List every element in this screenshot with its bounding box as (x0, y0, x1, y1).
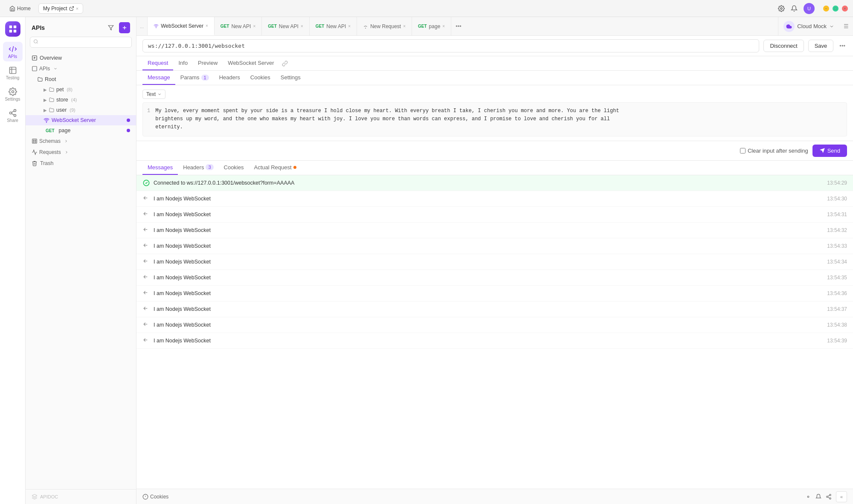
filter-button[interactable] (105, 22, 116, 33)
svg-point-45 (807, 496, 809, 498)
message-time: 13:54:29 (827, 180, 847, 186)
tree-item-get-page[interactable]: GET page (26, 125, 136, 136)
tab-page[interactable]: GET page × (412, 17, 451, 35)
code-block[interactable]: 1My love, every moment spent by your sid… (142, 102, 847, 136)
message-list-item[interactable]: Connected to ws://127.0.0.1:3001/websock… (136, 175, 853, 191)
user-label: user (56, 107, 67, 113)
clear-after-send-checkbox[interactable] (740, 148, 746, 154)
hamburger-menu[interactable]: ☰ (839, 23, 853, 29)
tab-new-api-prev[interactable]: ... (136, 17, 148, 35)
msg-tab-messages[interactable]: Messages (142, 161, 178, 175)
section-schemas[interactable]: Schemas (26, 136, 136, 147)
section-apis[interactable]: APIs (26, 63, 136, 74)
tab-new-request[interactable]: New Request × (357, 17, 412, 35)
folder-icon (38, 77, 43, 82)
minimize-button[interactable]: − (823, 6, 829, 12)
sidebar-item-share[interactable]: Share (3, 106, 23, 125)
req-tab-websocket-server[interactable]: WebSocket Server (223, 56, 279, 70)
add-button[interactable] (119, 22, 130, 33)
message-list-item[interactable]: I am Nodejs WebSocket13:54:35 (136, 270, 853, 286)
tree-item-user[interactable]: ▶ user (9) (26, 105, 136, 115)
bottom-share-icon-area[interactable] (826, 494, 832, 500)
tab-more-button[interactable]: ••• (451, 23, 466, 29)
tab-page-close[interactable]: × (442, 24, 445, 29)
message-list-item[interactable]: I am Nodejs WebSocket13:54:38 (136, 317, 853, 333)
msg-tab-cookies[interactable]: Cookies (219, 161, 249, 175)
message-list-item[interactable]: I am Nodejs WebSocket13:54:30 (136, 191, 853, 207)
left-panel-title: APIs (32, 24, 45, 31)
message-list-item[interactable]: I am Nodejs WebSocket13:54:39 (136, 333, 853, 349)
sub-tab-params[interactable]: Params 1 (175, 71, 214, 85)
url-input[interactable] (142, 39, 759, 52)
bell-icon[interactable] (791, 5, 798, 12)
bottom-settings-icon-area[interactable] (805, 494, 811, 500)
search-input[interactable] (30, 37, 132, 48)
websocket-label: WebSocket Server (52, 117, 96, 123)
logo-icon (8, 24, 17, 34)
collapse-button[interactable]: « (836, 491, 847, 502)
tree-item-root[interactable]: Root (26, 74, 136, 84)
send-button[interactable]: Send (812, 145, 847, 157)
cloud-mock-chevron[interactable] (829, 24, 834, 29)
svg-line-50 (828, 495, 830, 496)
svg-marker-28 (32, 494, 37, 497)
svg-rect-24 (33, 140, 34, 141)
message-list-item[interactable]: I am Nodejs WebSocket13:54:37 (136, 301, 853, 317)
tab-new-api-2[interactable]: GET New API × (262, 17, 309, 35)
disconnect-button[interactable]: Disconnect (763, 40, 804, 52)
svg-rect-5 (13, 30, 16, 32)
message-list-item[interactable]: I am Nodejs WebSocket13:54:31 (136, 207, 853, 223)
close-project-icon[interactable]: × (76, 6, 78, 11)
message-list-item[interactable]: I am Nodejs WebSocket13:54:33 (136, 238, 853, 254)
tab-websocket[interactable]: WebSocket Server × (148, 17, 215, 35)
message-text: I am Nodejs WebSocket (154, 196, 824, 202)
tab-new-api-3-close[interactable]: × (348, 24, 351, 29)
search-icon (33, 39, 38, 46)
sidebar-item-testing[interactable]: Testing (3, 63, 23, 83)
bottom-cookies-item[interactable]: Cookies (142, 494, 168, 500)
trash-item[interactable]: Trash (26, 158, 136, 169)
tab-new-api-3[interactable]: GET New API × (310, 17, 357, 35)
url-bar-more[interactable]: ••• (838, 43, 847, 49)
store-chevron: ▶ (44, 98, 47, 102)
message-list-item[interactable]: I am Nodejs WebSocket13:54:32 (136, 223, 853, 238)
tab-project[interactable]: My Project × (38, 3, 83, 14)
tree-item-store[interactable]: ▶ store (4) (26, 95, 136, 105)
sub-tab-message[interactable]: Message (142, 71, 175, 85)
maximize-button[interactable]: □ (833, 6, 838, 12)
tree-item-websocket[interactable]: WebSocket Server (26, 115, 136, 125)
section-requests[interactable]: Requests (26, 147, 136, 158)
store-count: (4) (71, 97, 77, 102)
sub-tab-headers[interactable]: Headers (214, 71, 245, 85)
msg-tab-actual-request[interactable]: Actual Request (249, 161, 301, 175)
sidebar-item-apis[interactable]: APIs (3, 42, 23, 61)
message-list-item[interactable]: I am Nodejs WebSocket13:54:36 (136, 286, 853, 301)
req-tab-info[interactable]: Info (173, 56, 193, 70)
external-link-icon (69, 6, 74, 11)
avatar[interactable]: U (804, 3, 815, 14)
bottom-bell-icon (815, 494, 821, 500)
message-list-item[interactable]: I am Nodejs WebSocket13:54:34 (136, 254, 853, 270)
req-tab-request[interactable]: Request (142, 56, 173, 70)
tab-new-api-1[interactable]: GET New API × (215, 17, 262, 35)
tab-websocket-close[interactable]: × (206, 23, 208, 28)
sidebar-item-settings[interactable]: Settings (3, 84, 23, 104)
sub-tab-settings[interactable]: Settings (276, 71, 306, 85)
req-tab-preview[interactable]: Preview (193, 56, 223, 70)
link-icon[interactable] (282, 61, 288, 67)
save-button[interactable]: Save (808, 40, 834, 52)
tree-item-overview[interactable]: Overview (26, 53, 136, 63)
tab-new-api-2-close[interactable]: × (301, 24, 303, 29)
cloud-icon (786, 23, 792, 29)
svg-rect-23 (32, 139, 37, 144)
tab-home[interactable]: Home (5, 4, 35, 13)
tab-new-request-close[interactable]: × (403, 24, 406, 29)
text-type-button[interactable]: Text (142, 90, 165, 99)
sub-tab-cookies[interactable]: Cookies (245, 71, 276, 85)
settings-gear-icon[interactable] (778, 5, 785, 12)
msg-tab-headers[interactable]: Headers 3 (178, 161, 218, 175)
tab-new-api-1-close[interactable]: × (253, 24, 255, 29)
close-button[interactable]: × (842, 6, 848, 12)
bottom-bell-icon-area[interactable] (815, 494, 821, 500)
tree-item-pet[interactable]: ▶ pet (8) (26, 84, 136, 95)
